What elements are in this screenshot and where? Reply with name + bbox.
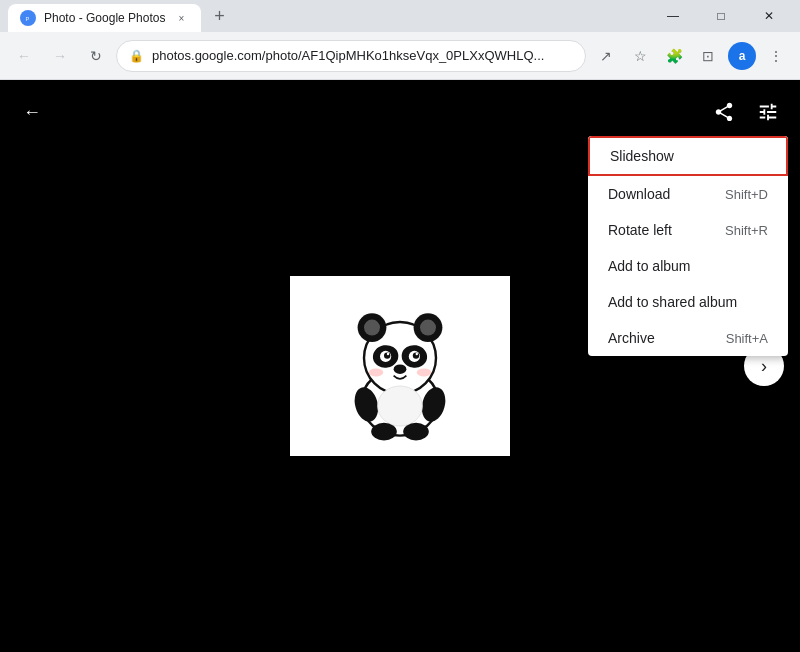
svg-point-21 xyxy=(378,386,423,426)
nav-actions: ↗ ☆ 🧩 ⊡ a ⋮ xyxy=(590,40,792,72)
menu-item-slideshow[interactable]: Slideshow xyxy=(588,136,788,176)
address-bar[interactable]: 🔒 photos.google.com/photo/AF1QipMHKo1hks… xyxy=(116,40,586,72)
dots-menu-icon: ⋮ xyxy=(769,48,783,64)
tab-title: Photo - Google Photos xyxy=(44,11,165,25)
share-page-button[interactable]: ↗ xyxy=(590,40,622,72)
lock-icon: 🔒 xyxy=(129,49,144,63)
svg-text:P: P xyxy=(26,16,30,22)
menu-item-download-label: Download xyxy=(608,186,670,202)
next-arrow-icon: › xyxy=(761,356,767,377)
menu-item-slideshow-label: Slideshow xyxy=(610,148,674,164)
menu-item-add-to-album[interactable]: Add to album xyxy=(588,248,788,284)
menu-item-rotate-left[interactable]: Rotate left Shift+R xyxy=(588,212,788,248)
svg-point-17 xyxy=(369,368,383,376)
menu-item-archive-shortcut: Shift+A xyxy=(726,331,768,346)
svg-point-15 xyxy=(416,353,418,355)
avatar: a xyxy=(728,42,756,70)
main-content: ← Slideshow Download Shift+D Rotate left… xyxy=(0,80,800,652)
panda-image xyxy=(320,286,480,446)
svg-point-22 xyxy=(371,423,397,441)
navigation-bar: ← → ↻ 🔒 photos.google.com/photo/AF1QipMH… xyxy=(0,32,800,80)
forward-arrow-icon: → xyxy=(53,48,67,64)
minimize-button[interactable]: — xyxy=(650,0,696,32)
menu-item-add-to-shared-album-label: Add to shared album xyxy=(608,294,737,310)
share-icon xyxy=(713,101,735,123)
browser-menu-button[interactable]: ⋮ xyxy=(760,40,792,72)
close-button[interactable]: ✕ xyxy=(746,0,792,32)
menu-item-archive[interactable]: Archive Shift+A xyxy=(588,320,788,356)
photo-container xyxy=(290,276,510,456)
window-controls: — □ ✕ xyxy=(650,0,792,32)
top-right-actions xyxy=(704,92,788,132)
menu-item-archive-label: Archive xyxy=(608,330,655,346)
bookmark-button[interactable]: ☆ xyxy=(624,40,656,72)
share-page-icon: ↗ xyxy=(600,48,612,64)
menu-item-download[interactable]: Download Shift+D xyxy=(588,176,788,212)
maximize-button[interactable]: □ xyxy=(698,0,744,32)
active-tab[interactable]: P Photo - Google Photos × xyxy=(8,4,201,32)
back-icon: ← xyxy=(23,102,41,123)
tab-close-button[interactable]: × xyxy=(173,10,189,26)
menu-item-download-shortcut: Shift+D xyxy=(725,187,768,202)
menu-item-add-to-shared-album[interactable]: Add to shared album xyxy=(588,284,788,320)
back-arrow-icon: ← xyxy=(17,48,31,64)
forward-nav-button[interactable]: → xyxy=(44,40,76,72)
svg-point-6 xyxy=(364,320,380,336)
tabs-area: P Photo - Google Photos × + xyxy=(8,2,233,30)
avatar-button[interactable]: a xyxy=(726,40,758,72)
menu-item-rotate-left-shortcut: Shift+R xyxy=(725,223,768,238)
title-bar: P Photo - Google Photos × + — □ ✕ xyxy=(0,0,800,32)
back-to-photos-button[interactable]: ← xyxy=(12,92,52,132)
context-menu: Slideshow Download Shift+D Rotate left S… xyxy=(588,136,788,356)
menu-item-rotate-left-label: Rotate left xyxy=(608,222,672,238)
cast-icon: ⊡ xyxy=(702,48,714,64)
reload-button[interactable]: ↻ xyxy=(80,40,112,72)
adjust-button[interactable] xyxy=(748,92,788,132)
share-button[interactable] xyxy=(704,92,744,132)
extensions-icon: 🧩 xyxy=(666,48,683,64)
sliders-icon xyxy=(757,101,779,123)
tab-favicon: P xyxy=(20,10,36,26)
back-nav-button[interactable]: ← xyxy=(8,40,40,72)
svg-point-14 xyxy=(387,353,389,355)
menu-item-add-to-album-label: Add to album xyxy=(608,258,691,274)
reload-icon: ↻ xyxy=(90,48,102,64)
svg-point-23 xyxy=(403,423,429,441)
new-tab-button[interactable]: + xyxy=(205,2,233,30)
extensions-button[interactable]: 🧩 xyxy=(658,40,690,72)
url-text: photos.google.com/photo/AF1QipMHKo1hkseV… xyxy=(152,48,573,63)
svg-point-16 xyxy=(394,364,407,374)
svg-point-7 xyxy=(420,320,436,336)
star-icon: ☆ xyxy=(634,48,647,64)
cast-button[interactable]: ⊡ xyxy=(692,40,724,72)
svg-point-18 xyxy=(417,368,431,376)
